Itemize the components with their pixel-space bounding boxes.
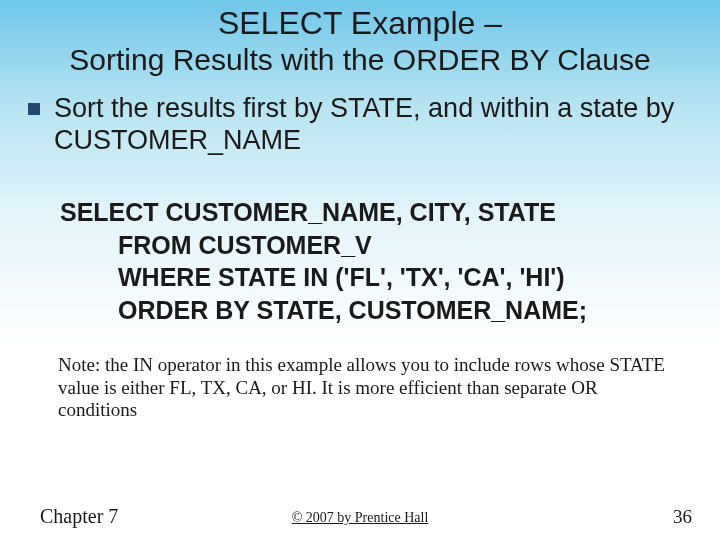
slide-footer: Chapter 7 © 2007 by Prentice Hall 36 (0, 505, 720, 528)
sql-line-3-pre: WHERE STATE (118, 263, 303, 291)
sql-line-1: SELECT CUSTOMER_NAME, CITY, STATE (60, 196, 720, 229)
sql-keyword-in: IN (303, 263, 328, 291)
footer-page-number: 36 (673, 506, 692, 528)
bullet-text: Sort the results first by STATE, and wit… (54, 92, 700, 157)
title-line-2: Sorting Results with the ORDER BY Clause (0, 43, 720, 78)
sql-line-2: FROM CUSTOMER_V (60, 229, 720, 262)
sql-code-block: SELECT CUSTOMER_NAME, CITY, STATE FROM C… (0, 196, 720, 326)
bullet-item: Sort the results first by STATE, and wit… (28, 92, 700, 157)
sql-line-4-post: STATE, CUSTOMER_NAME; (250, 296, 588, 324)
title-line-1: SELECT Example – (0, 6, 720, 41)
sql-line-4: ORDER BY STATE, CUSTOMER_NAME; (60, 294, 720, 327)
sql-line-3-post: ('FL', 'TX', 'CA', 'HI') (328, 263, 564, 291)
sql-keyword-orderby: ORDER BY (118, 296, 250, 324)
note-text: Note: the IN operator in this example al… (0, 354, 720, 421)
slide-title: SELECT Example – Sorting Results with th… (0, 0, 720, 78)
footer-copyright: © 2007 by Prentice Hall (292, 510, 429, 526)
bullet-list: Sort the results first by STATE, and wit… (0, 92, 720, 157)
footer-chapter: Chapter 7 (40, 505, 118, 528)
slide: SELECT Example – Sorting Results with th… (0, 0, 720, 540)
sql-line-3: WHERE STATE IN ('FL', 'TX', 'CA', 'HI') (60, 261, 720, 294)
square-bullet-icon (28, 103, 40, 115)
